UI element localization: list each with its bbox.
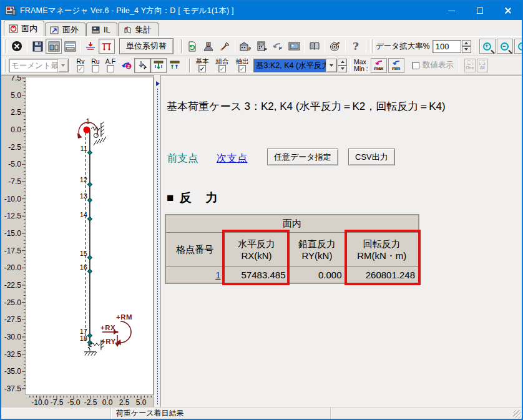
pane-splitter[interactable] <box>154 75 161 407</box>
af-checkbox[interactable]: A.F <box>104 58 117 72</box>
svg-text:-7.5: -7.5 <box>51 398 64 407</box>
book-button[interactable] <box>306 39 323 54</box>
rv-checkbox-box[interactable]: ✓ <box>77 65 84 72</box>
maximize-button[interactable] <box>466 1 494 20</box>
af-checkbox-box[interactable] <box>107 65 114 72</box>
unit-switch-button[interactable]: 単位系切替 <box>119 38 174 54</box>
building-print-button[interactable]: P <box>237 39 253 54</box>
ru-checkbox[interactable]: Ru <box>89 58 102 72</box>
min-text: Min : <box>354 66 368 72</box>
result-type-select[interactable]: モーメント最大 <box>9 59 69 72</box>
extract-checkbox-box[interactable]: ✓ <box>238 65 246 72</box>
image-window-button[interactable] <box>286 39 302 54</box>
arbitrary-data-button[interactable]: 任意データ指定 <box>267 149 338 165</box>
svg-text:-10.0: -10.0 <box>31 398 49 407</box>
tab-label: 面内 <box>21 23 37 34</box>
spin-up[interactable] <box>462 40 471 47</box>
stamp-button[interactable]: A <box>200 39 217 54</box>
toolbar-grip[interactable] <box>187 59 190 72</box>
tab-out-of-plane[interactable]: 面外 <box>45 22 86 36</box>
col-header-rx: 水平反力RX(kN) <box>224 232 289 266</box>
spin-up[interactable] <box>338 59 347 66</box>
toolbar-grip[interactable] <box>370 39 373 53</box>
all-button[interactable]: All <box>477 59 488 72</box>
table-row: 1 57483.485 0.000 260801.248 <box>165 266 419 283</box>
summary-icon <box>123 26 132 34</box>
svg-text:-5.0: -5.0 <box>67 398 81 407</box>
help-button[interactable]: ? <box>348 39 364 54</box>
tab-in-plane[interactable]: 面内 <box>4 21 44 36</box>
toolbar-grip[interactable] <box>178 39 182 53</box>
support-toggle-spring-button[interactable] <box>167 58 183 73</box>
all-icon <box>479 61 485 65</box>
dropdown-arrow-icon[interactable] <box>326 59 336 72</box>
refresh-document-button[interactable] <box>184 39 200 54</box>
ru-checkbox-box[interactable] <box>92 65 99 72</box>
toolbar-separator <box>366 39 366 53</box>
svg-text:-25.0: -25.0 <box>4 298 22 307</box>
show-min-button[interactable]: min <box>388 58 404 73</box>
basic-case-checkbox[interactable]: 基本✓ <box>193 58 212 72</box>
extract-case-checkbox[interactable]: 抽出✓ <box>233 58 252 72</box>
data-scale-spinner[interactable] <box>462 40 471 53</box>
save-button[interactable] <box>29 39 46 54</box>
result-pane: 基本荷重ケース 3：K2, K4 (水平反力＝K2，回転反力＝K4) 前支点 次… <box>161 75 522 407</box>
one-button[interactable]: One <box>464 59 476 72</box>
window-layout-button[interactable] <box>46 39 62 54</box>
table-group-header: 面内 <box>165 215 419 232</box>
data-scale-input[interactable] <box>433 40 461 53</box>
spin-down[interactable] <box>462 46 471 53</box>
basic-checkbox-box[interactable]: ✓ <box>198 65 206 72</box>
target-button[interactable] <box>327 39 343 54</box>
csv-export-button[interactable]: CSV出力 <box>348 149 395 165</box>
edit-brush-button[interactable] <box>217 39 233 54</box>
zoom-select-button[interactable]: ✳ <box>514 39 523 54</box>
next-support-link[interactable]: 次支点 <box>217 152 248 165</box>
toolbar-separator <box>235 39 235 53</box>
support-toggle-fixed-button[interactable] <box>150 58 167 73</box>
tab-il[interactable]: IL <box>86 22 117 36</box>
resize-grip[interactable] <box>513 410 521 418</box>
toolbar-separator <box>350 59 351 72</box>
tab-summary[interactable]: 集計 <box>118 22 159 36</box>
node-link[interactable]: 1 <box>215 270 220 280</box>
close-button[interactable] <box>494 1 522 20</box>
combined-checkbox-box[interactable]: ✓ <box>218 65 226 72</box>
result-type-value: モーメント最大 <box>9 59 57 72</box>
af-label: A.F <box>105 58 115 65</box>
toolbar-grip[interactable] <box>3 59 6 72</box>
svg-text:-30.0: -30.0 <box>4 333 22 341</box>
show-max-button[interactable]: max <box>371 58 387 73</box>
rv-label: Rv <box>77 58 85 65</box>
window-report-button[interactable] <box>62 39 78 54</box>
prev-support-link[interactable]: 前支点 <box>167 152 198 165</box>
svg-text:-27.5: -27.5 <box>4 315 22 324</box>
rx-annotation: +RX <box>100 324 115 331</box>
numeric-display-box[interactable] <box>412 62 419 69</box>
one-icon <box>467 61 472 65</box>
load-case-spinner[interactable] <box>338 59 347 72</box>
numeric-display-checkbox[interactable]: 数値表示 <box>412 60 454 71</box>
dropdown-arrow-icon[interactable] <box>57 59 68 72</box>
spin-down[interactable] <box>338 66 347 72</box>
zoom-out-icon: − <box>501 42 509 51</box>
calculator-print-button[interactable]: P <box>253 39 270 54</box>
tab-bar: 面内 面外 IL 集計 <box>1 20 522 37</box>
minimize-button[interactable] <box>437 1 466 20</box>
reaction-table-wrap: 面内 格点番号 水平反力RX(kN) 鉛直反力RY(kN) 回転反力RM(kN・… <box>165 214 419 284</box>
zoom-select-icon: ✳ <box>518 42 523 51</box>
rv-checkbox[interactable]: Rv✓ <box>74 58 87 72</box>
extract-label: 抽出 <box>236 58 249 65</box>
undo-print-button[interactable]: P <box>270 39 286 54</box>
redo-step2-button[interactable]: 2 <box>118 58 134 73</box>
zoom-in-button[interactable]: + <box>479 39 496 54</box>
pick-button[interactable] <box>134 58 150 73</box>
zoom-out-button[interactable]: − <box>497 39 513 54</box>
toolbar-separator <box>475 39 476 53</box>
toolbar-grip[interactable] <box>3 39 6 53</box>
load-display-button[interactable] <box>82 39 99 54</box>
exit-button[interactable] <box>9 39 25 54</box>
load-case-select[interactable]: 基3:K2, K4 (水平反力 <box>253 59 337 72</box>
combined-case-checkbox[interactable]: 組合✓ <box>213 58 232 72</box>
support-display-button[interactable] <box>99 39 115 54</box>
